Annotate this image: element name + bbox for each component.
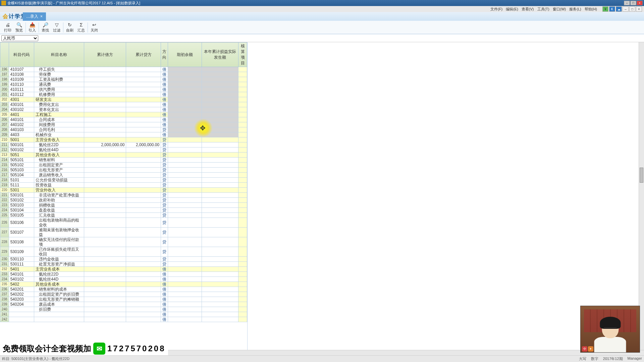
col-aux[interactable]: 核算项目 bbox=[238, 43, 247, 67]
table-row[interactable]: 2105001主营业务收入贷 bbox=[0, 137, 247, 142]
table-row[interactable]: 224530104盘盈收益贷 bbox=[0, 208, 247, 213]
col-name[interactable]: 科目名称 bbox=[34, 43, 84, 67]
table-row[interactable]: 214505101销售材料贷 bbox=[0, 158, 247, 163]
table-row[interactable]: 215505102出租固定资产贷 bbox=[0, 163, 247, 168]
menu-file[interactable]: 文件(F) bbox=[490, 7, 502, 12]
currency-select[interactable]: 人民币 bbox=[1, 35, 38, 41]
table-row[interactable]: 216505103出租无形资产贷 bbox=[0, 168, 247, 173]
table-row[interactable]: 225530105汇兑收益贷 bbox=[0, 213, 247, 218]
table-row[interactable]: 201410112机修费用借 bbox=[0, 92, 247, 97]
print-icon: 🖨 bbox=[5, 22, 10, 27]
table-row[interactable]: 233540101氨纶丝22D借 bbox=[0, 272, 247, 277]
status-user: Manager bbox=[628, 356, 642, 361]
col-debit[interactable]: 累计借方 bbox=[84, 43, 126, 67]
table-row[interactable]: 238540203出租无形资产的摊销额借 bbox=[0, 297, 247, 302]
table-row[interactable]: 2024301研发支出借 bbox=[0, 97, 247, 102]
menu-service[interactable]: 服务(L) bbox=[569, 7, 581, 12]
table-row[interactable]: 196410107停工损失借 bbox=[0, 67, 247, 72]
table-row[interactable]: 241借 bbox=[0, 312, 247, 317]
close-doc-button[interactable]: ↩关闭 bbox=[89, 21, 100, 34]
table-row[interactable]: 204430102资本化支出借 bbox=[0, 107, 247, 112]
table-row[interactable]: 2355402其他业务成本借 bbox=[0, 282, 247, 287]
statusbar: 科目: 500101(主营业务收入) - 氨纶丝22D 大写 数字 2017年1… bbox=[0, 355, 644, 362]
menu-tool[interactable]: 工具(T) bbox=[537, 7, 549, 12]
table-row[interactable]: 200410111供汽费用借 bbox=[0, 87, 247, 92]
table-row[interactable]: 2094403机械作业借 bbox=[0, 132, 247, 137]
col-code[interactable]: 科目代码 bbox=[9, 43, 34, 67]
table-row[interactable]: 208440103合同毛利贷 bbox=[0, 127, 247, 132]
table-row[interactable]: 227530107逾期未退包装物押金收益贷 bbox=[0, 228, 247, 237]
table-row[interactable]: 228530108确实无法偿付的应付款项贷 bbox=[0, 237, 247, 247]
table-row[interactable]: 223530103捐赠收益贷 bbox=[0, 203, 247, 208]
table-row[interactable]: 211500101氨纶丝22D2,000,000.002,000,000.00贷 bbox=[0, 142, 247, 147]
webcam-overlay: 中✦ bbox=[580, 306, 640, 353]
table-row[interactable]: 2054401工程施工借 bbox=[0, 112, 247, 117]
table-row[interactable]: 206440101合同成本借 bbox=[0, 117, 247, 122]
print-button[interactable]: 🖨打印 bbox=[2, 21, 13, 34]
col-begin[interactable]: 期初余额 bbox=[168, 43, 202, 67]
table-row[interactable]: 2205301营业外收入贷 bbox=[0, 188, 247, 193]
menu-help[interactable]: 帮助(H) bbox=[585, 7, 597, 12]
table-row[interactable]: 198410109工资及福利费借 bbox=[0, 77, 247, 82]
tab-close-icon[interactable]: × bbox=[40, 14, 43, 19]
col-credit[interactable]: 累计贷方 bbox=[126, 43, 161, 67]
table-row[interactable]: 222530102政府补助贷 bbox=[0, 198, 247, 203]
maximize-button[interactable]: □ bbox=[630, 1, 636, 5]
scrollbar-thumb[interactable] bbox=[640, 168, 643, 183]
table-row[interactable]: 203430101费用化支出借 bbox=[0, 102, 247, 107]
table-row[interactable]: 217505104废品销售收入贷 bbox=[0, 173, 247, 178]
status-caps: 大写 bbox=[579, 356, 586, 361]
status-num: 数字 bbox=[591, 356, 598, 361]
table-row[interactable]: 240折旧费借 bbox=[0, 307, 247, 312]
table-row[interactable]: 229530109已作坏账损失处理后又收回贷 bbox=[0, 247, 247, 257]
table-row[interactable]: 226530106出租包装物和商品的租金收贷 bbox=[0, 218, 247, 228]
wechat-icon: ✉ bbox=[93, 343, 105, 355]
tab-label: …录入 bbox=[26, 14, 38, 19]
sum-button[interactable]: Σ汇总 bbox=[75, 21, 87, 34]
table-row[interactable]: 242借 bbox=[0, 317, 247, 322]
table-row[interactable]: 207440102间接费用借 bbox=[0, 122, 247, 127]
table-row[interactable]: 197410108劳保费借 bbox=[0, 72, 247, 77]
col-dir[interactable]: 方向 bbox=[161, 43, 168, 67]
col-year[interactable]: 本年累计损益实际发生额 bbox=[202, 43, 238, 67]
find-button[interactable]: 🔎查找 bbox=[40, 21, 51, 34]
table-row[interactable]: 237540202出租固定资产的折旧费借 bbox=[0, 292, 247, 297]
table-row[interactable]: 236540201销售材料的成本借 bbox=[0, 287, 247, 292]
close-button[interactable]: × bbox=[637, 1, 643, 5]
child-restore-button[interactable]: □ bbox=[629, 6, 635, 12]
service-icon-2[interactable]: K bbox=[609, 6, 615, 12]
table-row[interactable]: 2185101公允价值变动损益贷 bbox=[0, 178, 247, 183]
sum-icon: Σ bbox=[78, 22, 84, 27]
refresh-icon: ↻ bbox=[67, 22, 72, 27]
table-row[interactable]: 231530111处置无形资产净损益贷 bbox=[0, 262, 247, 267]
import-button[interactable]: 📥引入 bbox=[26, 21, 38, 34]
table-row[interactable]: 2195111投资收益贷 bbox=[0, 183, 247, 188]
preview-button[interactable]: 🔍预览 bbox=[13, 21, 25, 34]
child-minimize-button[interactable]: – bbox=[623, 6, 629, 12]
menu-view[interactable]: 查看(V) bbox=[522, 7, 534, 12]
filter-button[interactable]: ▽过滤 bbox=[51, 21, 62, 34]
table-row[interactable]: 234540102氨纶丝44D借 bbox=[0, 277, 247, 282]
preview-icon: 🔍 bbox=[16, 22, 22, 27]
service-icon-1[interactable]: ¥ bbox=[602, 6, 608, 12]
table-row[interactable]: 221530101非流动资产处置净收益贷 bbox=[0, 193, 247, 198]
grid[interactable]: 科目代码 科目名称 累计借方 累计贷方 方向 期初余额 本年累计损益实际发生额 … bbox=[0, 42, 247, 322]
tab-initial-data[interactable]: …录入 × bbox=[23, 12, 46, 21]
window-title: 金蝶KIS迷你版[教学演示版] - 广州古兴化纤有限公司2017.12.AIS … bbox=[7, 1, 624, 6]
header-row: 科目代码 科目名称 累计借方 累计贷方 方向 期初余额 本年累计损益实际发生额 … bbox=[0, 43, 247, 67]
menu-edit[interactable]: 编辑(E) bbox=[506, 7, 518, 12]
refresh-button[interactable]: ↻自刷 bbox=[64, 21, 75, 34]
table-row[interactable]: 2135051其他业务收入贷 bbox=[0, 153, 247, 158]
table-row[interactable]: 239540204废品成本借 bbox=[0, 302, 247, 307]
service-icon-3[interactable]: ☁ bbox=[616, 6, 622, 12]
minimize-button[interactable]: – bbox=[624, 1, 630, 5]
child-close-button[interactable]: × bbox=[636, 6, 642, 12]
table-row[interactable]: 2325401主营业务成本借 bbox=[0, 267, 247, 272]
menu-window[interactable]: 窗口(W) bbox=[553, 7, 566, 12]
table-row[interactable]: 230530110违约金收益贷 bbox=[0, 257, 247, 262]
promo-number: 1727570208 bbox=[107, 344, 165, 353]
filter-icon: ▽ bbox=[54, 22, 59, 27]
table-row[interactable]: 199410110通讯费借 bbox=[0, 82, 247, 87]
table-row[interactable]: 212500102氨纶丝44D贷 bbox=[0, 147, 247, 153]
close-icon: ↩ bbox=[92, 22, 97, 27]
